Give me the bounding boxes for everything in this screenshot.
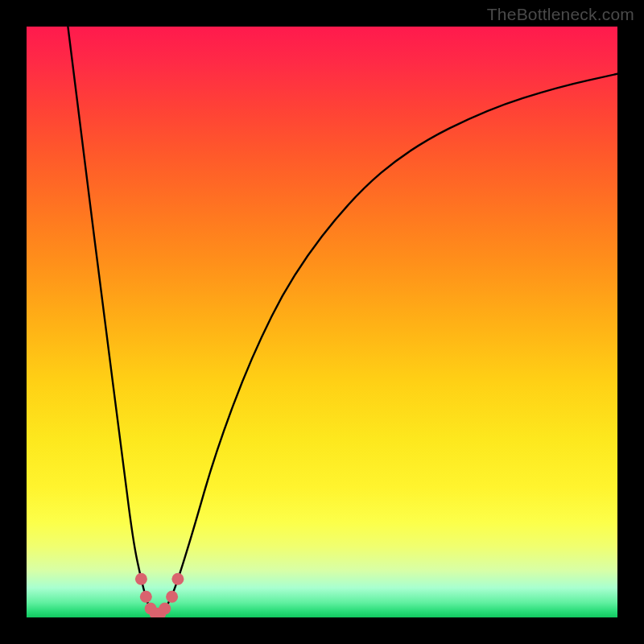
plot-area xyxy=(27,27,617,617)
trough-marker-dot xyxy=(159,603,171,615)
trough-marker-dot xyxy=(135,573,147,585)
bottleneck-curve xyxy=(68,27,617,614)
trough-marker-dot xyxy=(140,591,152,603)
curve-layer xyxy=(27,27,617,617)
trough-marker-dot xyxy=(166,591,178,603)
trough-marker-dot xyxy=(171,573,184,585)
chart-frame: TheBottleneck.com xyxy=(0,0,644,644)
trough-markers xyxy=(135,573,184,617)
watermark-text: TheBottleneck.com xyxy=(487,5,634,24)
